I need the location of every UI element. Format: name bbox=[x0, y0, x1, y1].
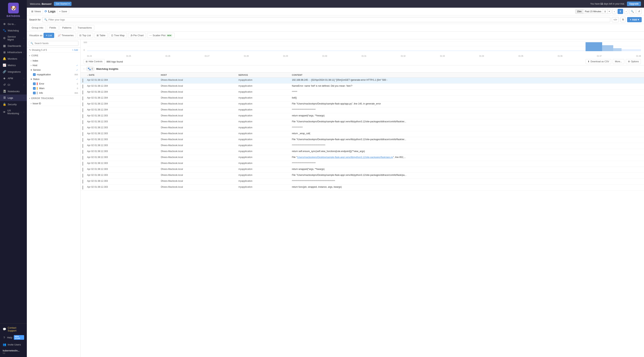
sidebar-item-invite-users[interactable]: 👥 Invite Users bbox=[0, 341, 27, 348]
facet-search-input[interactable] bbox=[34, 42, 77, 45]
viz-list-button[interactable]: ≡ List bbox=[44, 33, 54, 38]
sidebar-item-ci[interactable]: ↺ CI › bbox=[0, 82, 27, 88]
table-row[interactable]: Apr 02 01:38:12.303Dhees-Macbook.localmy… bbox=[80, 143, 644, 149]
facet-item-info[interactable]: ✓ Info 866 bbox=[27, 91, 80, 95]
facets-panel: 🔍 ✎ Showing 5 of 5 + Add ▾ CORE › bbox=[27, 39, 80, 357]
pause-button[interactable]: ⏸ bbox=[618, 9, 623, 14]
facet-search-inner[interactable]: 🔍 bbox=[29, 41, 78, 46]
next-time-button[interactable]: › bbox=[624, 9, 628, 14]
add-facet-link[interactable]: + Add bbox=[72, 49, 78, 52]
facet-checkbox-warn[interactable]: ✓ bbox=[33, 87, 36, 90]
table-row[interactable]: Apr 02 01:38:12.303Dhees-Macbook.localmy… bbox=[80, 179, 644, 185]
sidebar-item-logs[interactable]: ☰ Logs › bbox=[0, 94, 27, 101]
table-row[interactable]: Apr 02 01:38:12.303Dhees-Macbook.localmy… bbox=[80, 185, 644, 190]
upgrade-button[interactable]: Upgrade bbox=[627, 2, 641, 6]
calendar-icon[interactable]: 🗓 bbox=[603, 10, 608, 14]
table-row[interactable]: Apr 02 01:38:12.304Dhees-Macbook.localmy… bbox=[80, 102, 644, 107]
table-row[interactable]: Apr 02 01:38:12.304Dhees-Macbook.localmy… bbox=[80, 78, 644, 84]
table-row[interactable]: Apr 02 01:38:12.304Dhees-Macbook.localmy… bbox=[80, 84, 644, 90]
copy-button[interactable]: ⧉ bbox=[620, 17, 626, 22]
time-selector[interactable]: 15m Past 15 Minutes 🗓 ▾ bbox=[575, 9, 611, 14]
sidebar-item-service-mgmt[interactable]: ⚙ Service Mgmt › bbox=[0, 34, 27, 42]
code-view-button[interactable]: </> bbox=[612, 17, 619, 22]
table-row[interactable]: Apr 02 01:38:12.303Dhees-Macbook.localmy… bbox=[80, 155, 644, 161]
refresh-button[interactable]: ↺ bbox=[636, 9, 642, 14]
facet-section-error-tracking-header[interactable]: ▾ ERROR TRACKING bbox=[27, 96, 80, 101]
get-started-button[interactable]: Get Started ▾ bbox=[54, 2, 71, 6]
viz-pie-chart-button[interactable]: ◔ Pie Chart bbox=[128, 33, 146, 38]
tab-transactions[interactable]: Transactions bbox=[75, 25, 94, 30]
sidebar-item-contact-support[interactable]: 💬 Contact Support bbox=[0, 325, 27, 334]
sidebar-item-ux-monitoring[interactable]: 👁 UX Monitoring › bbox=[0, 108, 27, 116]
tab-patterns[interactable]: Patterns bbox=[60, 25, 74, 30]
add-button[interactable]: + Add ▾ bbox=[627, 17, 642, 22]
file-link[interactable]: /Users/macbookpro/Desktop/sample-flask-a… bbox=[297, 156, 393, 158]
table-row[interactable]: Apr 02 01:38:12.303Dhees-Macbook.localmy… bbox=[80, 113, 644, 119]
viz-scatter-plot-button[interactable]: ⋯ Scatter Plot NEW bbox=[147, 33, 174, 38]
sidebar-item-notebooks[interactable]: 📓 Notebooks bbox=[0, 88, 27, 94]
tab-group-into[interactable]: Group into bbox=[29, 25, 46, 30]
date-column-header[interactable]: ↓ DATE bbox=[85, 72, 159, 78]
save-button[interactable]: + Save bbox=[57, 9, 69, 14]
chevron-icon: › bbox=[24, 97, 24, 99]
search-input-wrap[interactable]: 🔍 bbox=[42, 17, 610, 22]
item-chevron-icon: › bbox=[31, 102, 32, 105]
views-button[interactable]: ⊞ Views bbox=[29, 9, 43, 14]
chart-x-labels: 01:24 01:25 01:26 01:27 01:28 01:29 01:3… bbox=[80, 55, 644, 58]
sidebar-item-apm[interactable]: ◈ APM › bbox=[0, 75, 27, 82]
table-row[interactable]: Apr 02 01:38:12.304Dhees-Macbook.localmy… bbox=[80, 107, 644, 113]
user-account-item[interactable]: kuberneteslin... Nil bbox=[0, 348, 27, 356]
time-dropdown-icon[interactable]: ▾ bbox=[608, 10, 611, 14]
group-into-tabs: Group into Fields Patterns Transactions bbox=[27, 24, 644, 32]
facet-item-service[interactable]: ▾ Service ✓ bbox=[27, 68, 80, 72]
viz-top-list-button[interactable]: ⊟ Top List bbox=[77, 33, 93, 38]
table-row[interactable]: Apr 02 01:38:12.303Dhees-Macbook.localmy… bbox=[80, 167, 644, 173]
download-csv-button[interactable]: ⬇ Download as CSV bbox=[586, 59, 611, 64]
table-row[interactable]: Apr 02 01:38:12.303Dhees-Macbook.localmy… bbox=[80, 161, 644, 167]
facet-item-host[interactable]: › Host ✓ bbox=[27, 63, 80, 68]
sidebar-item-monitors[interactable]: 🔔 Monitors › bbox=[0, 56, 27, 62]
sidebar-item-goto[interactable]: ⊕ Go to... bbox=[0, 21, 27, 27]
service-column-header[interactable]: SERVICE bbox=[236, 72, 290, 78]
facet-section-core-header[interactable]: ▾ CORE bbox=[27, 53, 80, 58]
sidebar-item-watchdog[interactable]: 🐾 Watchdog bbox=[0, 27, 27, 34]
sidebar-item-metrics[interactable]: 📈 Metrics bbox=[0, 62, 27, 68]
search-input[interactable] bbox=[48, 18, 608, 21]
facet-checkbox-info[interactable]: ✓ bbox=[33, 92, 36, 94]
sidebar-item-help[interactable]: ? Help NEW STUFF bbox=[0, 334, 27, 341]
host-column-header[interactable]: HOST bbox=[159, 72, 236, 78]
tab-fields[interactable]: Fields bbox=[47, 25, 59, 30]
prev-time-button[interactable]: ‹ bbox=[612, 9, 616, 14]
viz-tree-map-button[interactable]: ⊡ Tree Map bbox=[109, 33, 127, 38]
sidebar-item-dashboards[interactable]: ▦ Dashboards › bbox=[0, 42, 27, 49]
more-button[interactable]: More... bbox=[613, 59, 624, 64]
table-row[interactable]: Apr 02 01:38:12.303Dhees-Macbook.localmy… bbox=[80, 131, 644, 137]
viz-timeseries-button[interactable]: 📈 Timeseries bbox=[56, 33, 76, 38]
facet-item-issue-id[interactable]: › Issue ID bbox=[27, 101, 80, 106]
facet-checkbox-error[interactable]: ✓ bbox=[33, 82, 36, 85]
facet-item-warn[interactable]: ✓ Warn 0 bbox=[27, 86, 80, 91]
content-column-header[interactable]: CONTENT bbox=[290, 72, 644, 78]
table-row[interactable]: Apr 02 01:38:12.304Dhees-Macbook.localmy… bbox=[80, 96, 644, 102]
hide-controls-button[interactable]: ⊞ Hide Controls bbox=[84, 59, 105, 64]
facet-item-error[interactable]: ✓ Error 0 bbox=[27, 82, 80, 86]
watchdog-insights-row[interactable]: › 🐾 0 Watchdog Insights bbox=[80, 66, 644, 72]
zoom-in-button[interactable]: 🔍 bbox=[629, 9, 636, 14]
facet-checkbox-myapplication[interactable]: ✓ bbox=[33, 73, 36, 76]
facet-item-status[interactable]: ▾ Status ✓ bbox=[27, 77, 80, 82]
table-row[interactable]: Apr 02 01:38:12.303Dhees-Macbook.localmy… bbox=[80, 137, 644, 143]
table-row[interactable]: Apr 02 01:38:12.303Dhees-Macbook.localmy… bbox=[80, 125, 644, 131]
options-button[interactable]: ⚙ Options bbox=[626, 59, 641, 64]
sidebar-item-security[interactable]: 🔒 Security bbox=[0, 101, 27, 108]
facet-item-index[interactable]: › Index bbox=[27, 58, 80, 63]
sidebar-item-integrations[interactable]: 🔗 Integrations bbox=[0, 68, 27, 75]
table-row[interactable]: Apr 02 01:38:12.303Dhees-Macbook.localmy… bbox=[80, 149, 644, 155]
table-row[interactable]: Apr 02 01:38:12.303Dhees-Macbook.localmy… bbox=[80, 173, 644, 179]
table-row[interactable]: Apr 02 01:38:12.303Dhees-Macbook.localmy… bbox=[80, 119, 644, 125]
sidebar-item-infrastructure[interactable]: 🖥 Infrastructure › bbox=[0, 49, 27, 56]
time-badge: 15m bbox=[576, 10, 583, 14]
table-row[interactable]: Apr 02 01:38:12.304Dhees-Macbook.localmy… bbox=[80, 90, 644, 96]
logs-icon: ⟳ bbox=[44, 10, 47, 13]
viz-table-button[interactable]: ⊞ Table bbox=[94, 33, 108, 38]
facet-item-myapplication[interactable]: ✓ myapplication 866 bbox=[27, 72, 80, 77]
